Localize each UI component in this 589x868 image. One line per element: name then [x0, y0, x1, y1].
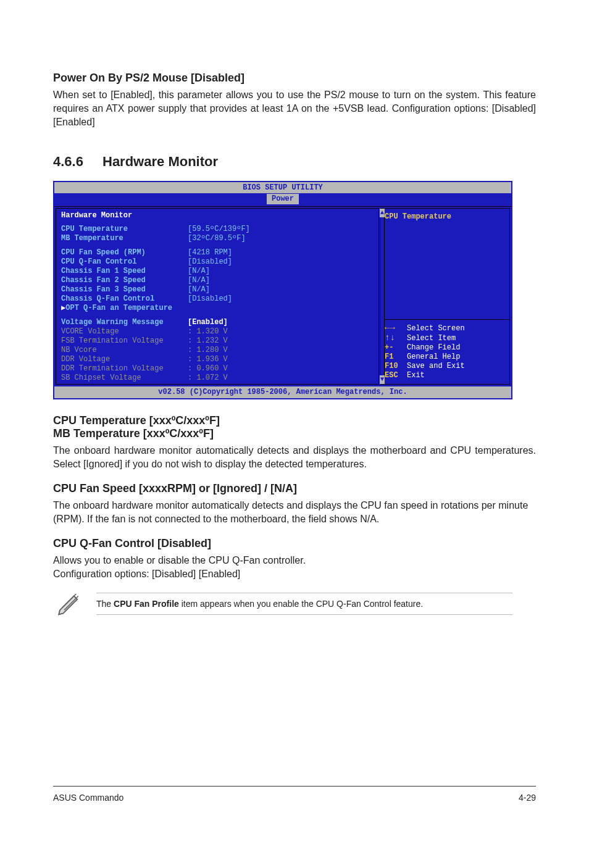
bios-setting-row[interactable]: Chassis Fan 2 Speed[N/A]: [61, 276, 374, 285]
bios-key-hint: ↑↓Select Item: [385, 333, 506, 343]
bios-setting-value: : 1.280 V: [188, 346, 228, 355]
bios-left-panel: Hardware Monitor CPU Temperature[59.5ºC/…: [56, 208, 379, 385]
bios-setting-label: Chassis Fan 3 Speed: [61, 285, 188, 294]
bios-setting-row[interactable]: FSB Termination Voltage: 1.232 V: [61, 336, 374, 346]
key-description: Change Field: [407, 343, 460, 352]
bios-setting-value: [Disabled]: [188, 294, 232, 304]
bios-setting-value: [N/A]: [188, 285, 210, 294]
key-name: +-: [385, 343, 407, 353]
bios-tab-bar: Power: [54, 193, 511, 206]
bios-key-hint: F1General Help: [385, 353, 506, 362]
bios-setting-label: DDR Voltage: [61, 355, 188, 364]
bios-setting-label: SB Chipset Voltage: [61, 373, 188, 383]
key-name: ↑↓: [385, 333, 407, 343]
pencil-icon: [56, 590, 81, 618]
bios-setting-row[interactable]: CPU Temperature[59.5ºC/139ºF]: [61, 225, 374, 234]
footer-rule: [53, 786, 536, 787]
heading-cpu-temp: CPU Temperature [xxxºC/xxxºF]: [53, 414, 536, 427]
scroll-up-icon[interactable]: ▲: [380, 209, 385, 217]
bios-setting-label: FSB Termination Voltage: [61, 336, 188, 346]
bios-setting-row[interactable]: Chassis Fan 3 Speed[N/A]: [61, 285, 374, 294]
heading-power-on-mouse: Power On By PS/2 Mouse [Disabled]: [53, 72, 536, 85]
section-number: 4.6.6: [53, 154, 102, 170]
bios-setting-label: NB Vcore: [61, 346, 188, 355]
paragraph-cpu-qfan-1: Allows you to enable or disable the CPU …: [53, 554, 536, 567]
key-name: ESC: [385, 371, 407, 380]
bios-setting-row[interactable]: DDR Voltage: 1.936 V: [61, 355, 374, 364]
bios-setting-label: CPU Q-Fan Control: [61, 257, 188, 267]
paragraph-cpu-fan-speed: The onboard hardware monitor automatical…: [53, 499, 536, 526]
bios-setting-value: : 0.960 V: [188, 364, 228, 373]
note-text: The CPU Fan Profile item appears when yo…: [96, 593, 512, 615]
bios-setting-label: Voltage Warning Message: [61, 318, 188, 327]
key-name: ←→: [385, 323, 407, 333]
heading-cpu-qfan: CPU Q-Fan Control [Disabled]: [53, 537, 536, 550]
bios-setting-label: DDR Termination Voltage: [61, 364, 188, 373]
bios-setting-label: CPU Fan Speed (RPM): [61, 248, 188, 257]
bios-setting-row[interactable]: SB Chipset Voltage: 1.072 V: [61, 373, 374, 383]
scroll-down-icon[interactable]: ▼: [380, 375, 385, 384]
bios-setting-label: Chassis Fan 2 Speed: [61, 276, 188, 285]
key-description: General Help: [407, 353, 460, 361]
bios-setting-value: [59.5ºC/139ºF]: [188, 225, 250, 234]
bios-setting-value: : 1.936 V: [188, 355, 228, 364]
bios-title: BIOS SETUP UTILITY: [54, 182, 511, 193]
bios-setting-value: [32ºC/89.5ºF]: [188, 234, 246, 243]
bios-setting-label: Chassis Fan 1 Speed: [61, 267, 188, 276]
paragraph-cpu-qfan-2: Configuration options: [Disabled] [Enabl…: [53, 567, 536, 581]
bios-footer: v02.58 (C)Copyright 1985-2006, American …: [54, 386, 511, 398]
bios-setting-row[interactable]: Voltage Warning Message[Enabled]: [61, 318, 374, 327]
tab-power[interactable]: Power: [266, 193, 299, 205]
bios-setting-value: [4218 RPM]: [188, 248, 232, 257]
bios-help-text: CPU Temperature: [385, 212, 451, 221]
bios-keys-panel: ←→Select Screen↑↓Select Item+-Change Fie…: [380, 320, 510, 385]
key-description: Save and Exit: [407, 362, 465, 370]
bios-setting-row[interactable]: VCORE Voltage: 1.320 V: [61, 327, 374, 336]
bios-setting-row[interactable]: CPU Fan Speed (RPM)[4218 RPM]: [61, 248, 374, 257]
bios-setting-value: [Enabled]: [188, 318, 228, 327]
key-description: Select Item: [407, 334, 456, 343]
bios-setting-label: VCORE Voltage: [61, 327, 188, 336]
bios-setting-row[interactable]: Chassis Q-Fan Control[Disabled]: [61, 294, 374, 304]
bios-setting-row[interactable]: MB Temperature[32ºC/89.5ºF]: [61, 234, 374, 243]
bios-setting-value: : 1.072 V: [188, 373, 228, 383]
bios-setting-row[interactable]: DDR Termination Voltage: 0.960 V: [61, 364, 374, 373]
bios-setting-value: [N/A]: [188, 267, 210, 276]
bios-setting-label: MB Temperature: [61, 234, 188, 243]
bios-key-hint: ←→Select Screen: [385, 323, 506, 333]
bios-subitem-label: OPT Q-Fan an Temperature: [65, 304, 192, 313]
key-description: Exit: [407, 371, 425, 380]
bios-setting-row[interactable]: CPU Q-Fan Control[Disabled]: [61, 257, 374, 267]
bios-setting-label: CPU Temperature: [61, 225, 188, 234]
note-box: The CPU Fan Profile item appears when yo…: [56, 590, 512, 618]
bios-key-hint: F10Save and Exit: [385, 362, 506, 371]
section-title: Hardware Monitor: [102, 154, 218, 169]
footer-left: ASUS Commando: [53, 793, 123, 803]
bios-setting-label: Chassis Q-Fan Control: [61, 294, 188, 304]
section-heading-hw-monitor: 4.6.6Hardware Monitor: [53, 154, 536, 170]
bios-setting-row[interactable]: Chassis Fan 1 Speed[N/A]: [61, 267, 374, 276]
bios-panel: BIOS SETUP UTILITY Power Hardware Monito…: [53, 181, 512, 399]
key-name: F1: [385, 353, 407, 362]
heading-cpu-fan-speed: CPU Fan Speed [xxxxRPM] or [Ignored] / […: [53, 482, 536, 495]
heading-mb-temp: MB Temperature [xxxºC/xxxºF]: [53, 427, 536, 440]
bios-key-hint: +-Change Field: [385, 343, 506, 353]
footer-page-number: 4-29: [519, 793, 536, 803]
scroll-track[interactable]: [380, 217, 385, 375]
paragraph-temperatures: The onboard hardware monitor automatical…: [53, 444, 536, 471]
bios-panel-heading: Hardware Monitor: [61, 211, 374, 220]
bios-setting-row[interactable]: NB Vcore: 1.280 V: [61, 346, 374, 355]
bios-subitem-row[interactable]: ▶ OPT Q-Fan an Temperature: [61, 304, 374, 313]
paragraph-power-on-mouse: When set to [Enabled], this parameter al…: [53, 88, 536, 129]
bios-key-hint: ESCExit: [385, 371, 506, 380]
bios-setting-value: : 1.320 V: [188, 327, 228, 336]
bios-scrollbar[interactable]: ▲ ▼: [380, 209, 385, 384]
bios-help-panel: CPU Temperature: [380, 208, 510, 320]
triangle-icon: ▶: [61, 304, 65, 313]
bios-setting-value: : 1.232 V: [188, 336, 228, 346]
bios-setting-value: [Disabled]: [188, 257, 232, 267]
key-name: F10: [385, 362, 407, 371]
key-description: Select Screen: [407, 324, 465, 333]
bios-setting-value: [N/A]: [188, 276, 210, 285]
